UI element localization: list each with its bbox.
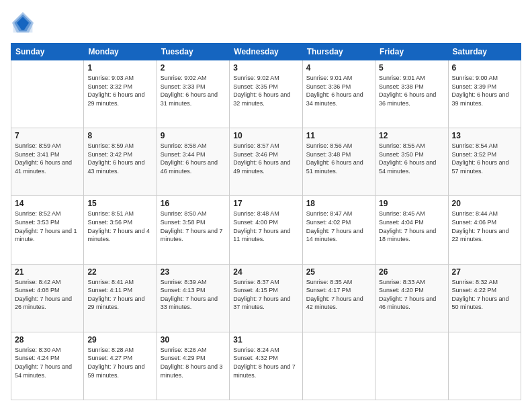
calendar-cell: 3Sunrise: 9:02 AM Sunset: 3:35 PM Daylig… bbox=[230, 60, 302, 128]
weekday-header: Friday bbox=[375, 44, 448, 60]
day-number: 17 bbox=[233, 199, 298, 208]
calendar-cell: 4Sunrise: 9:01 AM Sunset: 3:36 PM Daylig… bbox=[302, 60, 375, 128]
day-number: 5 bbox=[379, 63, 444, 73]
cell-content: Sunrise: 8:45 AM Sunset: 4:04 PM Dayligh… bbox=[379, 210, 444, 243]
calendar-cell bbox=[302, 332, 375, 400]
calendar-cell bbox=[375, 332, 448, 400]
day-number: 11 bbox=[306, 131, 371, 140]
cell-content: Sunrise: 8:58 AM Sunset: 3:44 PM Dayligh… bbox=[161, 142, 226, 175]
calendar-cell: 22Sunrise: 8:41 AM Sunset: 4:11 PM Dayli… bbox=[84, 264, 157, 332]
page: SundayMondayTuesdayWednesdayThursdayFrid… bbox=[0, 0, 532, 411]
day-number: 12 bbox=[379, 131, 444, 140]
day-number: 18 bbox=[306, 199, 371, 208]
day-number: 20 bbox=[452, 199, 517, 208]
calendar-cell: 10Sunrise: 8:57 AM Sunset: 3:46 PM Dayli… bbox=[230, 128, 302, 196]
cell-content: Sunrise: 8:35 AM Sunset: 4:17 PM Dayligh… bbox=[306, 278, 371, 312]
calendar-cell: 11Sunrise: 8:56 AM Sunset: 3:48 PM Dayli… bbox=[302, 128, 375, 196]
day-number: 31 bbox=[233, 335, 298, 345]
calendar-week-row: 7Sunrise: 8:59 AM Sunset: 3:41 PM Daylig… bbox=[11, 128, 521, 196]
day-number: 22 bbox=[87, 267, 152, 277]
cell-content: Sunrise: 8:44 AM Sunset: 4:06 PM Dayligh… bbox=[452, 210, 517, 243]
cell-content: Sunrise: 9:01 AM Sunset: 3:38 PM Dayligh… bbox=[379, 74, 444, 107]
calendar-cell: 21Sunrise: 8:42 AM Sunset: 4:08 PM Dayli… bbox=[11, 264, 84, 332]
day-number: 2 bbox=[161, 63, 226, 73]
day-number: 29 bbox=[87, 335, 152, 345]
day-number: 19 bbox=[379, 199, 444, 208]
calendar-table: SundayMondayTuesdayWednesdayThursdayFrid… bbox=[11, 43, 521, 400]
calendar-cell: 30Sunrise: 8:26 AM Sunset: 4:29 PM Dayli… bbox=[157, 332, 229, 400]
calendar-cell: 8Sunrise: 8:59 AM Sunset: 3:42 PM Daylig… bbox=[84, 128, 157, 196]
calendar-cell: 6Sunrise: 9:00 AM Sunset: 3:39 PM Daylig… bbox=[448, 60, 521, 128]
day-number: 30 bbox=[161, 335, 226, 345]
calendar-cell: 7Sunrise: 8:59 AM Sunset: 3:41 PM Daylig… bbox=[11, 128, 84, 196]
calendar-cell: 25Sunrise: 8:35 AM Sunset: 4:17 PM Dayli… bbox=[302, 264, 375, 332]
calendar-cell: 19Sunrise: 8:45 AM Sunset: 4:04 PM Dayli… bbox=[375, 196, 448, 264]
cell-content: Sunrise: 9:03 AM Sunset: 3:32 PM Dayligh… bbox=[87, 74, 152, 107]
day-number: 24 bbox=[233, 267, 298, 277]
calendar-cell: 17Sunrise: 8:48 AM Sunset: 4:00 PM Dayli… bbox=[230, 196, 302, 264]
weekday-header: Saturday bbox=[448, 44, 521, 60]
cell-content: Sunrise: 8:55 AM Sunset: 3:50 PM Dayligh… bbox=[379, 142, 444, 175]
cell-content: Sunrise: 9:02 AM Sunset: 3:35 PM Dayligh… bbox=[233, 74, 298, 107]
calendar-cell: 24Sunrise: 8:37 AM Sunset: 4:15 PM Dayli… bbox=[230, 264, 302, 332]
calendar-cell: 29Sunrise: 8:28 AM Sunset: 4:27 PM Dayli… bbox=[84, 332, 157, 400]
cell-content: Sunrise: 9:00 AM Sunset: 3:39 PM Dayligh… bbox=[452, 74, 517, 107]
day-number: 1 bbox=[87, 63, 152, 73]
day-number: 21 bbox=[15, 267, 80, 277]
calendar-week-row: 21Sunrise: 8:42 AM Sunset: 4:08 PM Dayli… bbox=[11, 264, 521, 332]
day-number: 3 bbox=[233, 63, 298, 73]
calendar-cell: 15Sunrise: 8:51 AM Sunset: 3:56 PM Dayli… bbox=[84, 196, 157, 264]
calendar-cell: 5Sunrise: 9:01 AM Sunset: 3:38 PM Daylig… bbox=[375, 60, 448, 128]
weekday-header-row: SundayMondayTuesdayWednesdayThursdayFrid… bbox=[11, 44, 521, 60]
day-number: 23 bbox=[161, 267, 226, 277]
cell-content: Sunrise: 9:02 AM Sunset: 3:33 PM Dayligh… bbox=[161, 74, 226, 107]
calendar-week-row: 1Sunrise: 9:03 AM Sunset: 3:32 PM Daylig… bbox=[11, 60, 521, 128]
day-number: 8 bbox=[87, 131, 152, 140]
cell-content: Sunrise: 8:59 AM Sunset: 3:42 PM Dayligh… bbox=[87, 142, 152, 175]
day-number: 6 bbox=[452, 63, 517, 73]
cell-content: Sunrise: 8:59 AM Sunset: 3:41 PM Dayligh… bbox=[15, 142, 80, 175]
calendar-cell: 2Sunrise: 9:02 AM Sunset: 3:33 PM Daylig… bbox=[157, 60, 229, 128]
calendar-cell: 31Sunrise: 8:24 AM Sunset: 4:32 PM Dayli… bbox=[230, 332, 302, 400]
day-number: 10 bbox=[233, 131, 298, 140]
calendar-cell: 27Sunrise: 8:32 AM Sunset: 4:22 PM Dayli… bbox=[448, 264, 521, 332]
cell-content: Sunrise: 8:48 AM Sunset: 4:00 PM Dayligh… bbox=[233, 210, 298, 243]
calendar-week-row: 14Sunrise: 8:52 AM Sunset: 3:53 PM Dayli… bbox=[11, 196, 521, 264]
cell-content: Sunrise: 8:47 AM Sunset: 4:02 PM Dayligh… bbox=[306, 210, 371, 243]
day-number: 25 bbox=[306, 267, 371, 277]
weekday-header: Sunday bbox=[11, 44, 84, 60]
cell-content: Sunrise: 8:26 AM Sunset: 4:29 PM Dayligh… bbox=[161, 346, 226, 379]
calendar-cell: 13Sunrise: 8:54 AM Sunset: 3:52 PM Dayli… bbox=[448, 128, 521, 196]
calendar-cell: 1Sunrise: 9:03 AM Sunset: 3:32 PM Daylig… bbox=[84, 60, 157, 128]
cell-content: Sunrise: 9:01 AM Sunset: 3:36 PM Dayligh… bbox=[306, 74, 371, 107]
weekday-header: Wednesday bbox=[230, 44, 302, 60]
day-number: 26 bbox=[379, 267, 444, 277]
calendar-cell: 12Sunrise: 8:55 AM Sunset: 3:50 PM Dayli… bbox=[375, 128, 448, 196]
cell-content: Sunrise: 8:52 AM Sunset: 3:53 PM Dayligh… bbox=[15, 210, 80, 243]
header bbox=[11, 11, 521, 35]
day-number: 7 bbox=[15, 131, 80, 140]
cell-content: Sunrise: 8:41 AM Sunset: 4:11 PM Dayligh… bbox=[87, 278, 152, 312]
day-number: 9 bbox=[161, 131, 226, 140]
day-number: 27 bbox=[452, 267, 517, 277]
calendar-cell: 16Sunrise: 8:50 AM Sunset: 3:58 PM Dayli… bbox=[157, 196, 229, 264]
day-number: 15 bbox=[87, 199, 152, 208]
calendar-cell: 9Sunrise: 8:58 AM Sunset: 3:44 PM Daylig… bbox=[157, 128, 229, 196]
cell-content: Sunrise: 8:32 AM Sunset: 4:22 PM Dayligh… bbox=[452, 278, 517, 312]
cell-content: Sunrise: 8:37 AM Sunset: 4:15 PM Dayligh… bbox=[233, 278, 298, 312]
cell-content: Sunrise: 8:54 AM Sunset: 3:52 PM Dayligh… bbox=[452, 142, 517, 175]
cell-content: Sunrise: 8:56 AM Sunset: 3:48 PM Dayligh… bbox=[306, 142, 371, 175]
day-number: 13 bbox=[452, 131, 517, 140]
calendar-cell bbox=[448, 332, 521, 400]
day-number: 28 bbox=[15, 335, 80, 345]
day-number: 16 bbox=[161, 199, 226, 208]
logo bbox=[11, 11, 38, 35]
cell-content: Sunrise: 8:42 AM Sunset: 4:08 PM Dayligh… bbox=[15, 278, 80, 312]
calendar-cell: 26Sunrise: 8:33 AM Sunset: 4:20 PM Dayli… bbox=[375, 264, 448, 332]
day-number: 4 bbox=[306, 63, 371, 73]
cell-content: Sunrise: 8:51 AM Sunset: 3:56 PM Dayligh… bbox=[87, 210, 152, 243]
calendar-cell: 23Sunrise: 8:39 AM Sunset: 4:13 PM Dayli… bbox=[157, 264, 229, 332]
cell-content: Sunrise: 8:50 AM Sunset: 3:58 PM Dayligh… bbox=[161, 210, 226, 243]
weekday-header: Thursday bbox=[302, 44, 375, 60]
cell-content: Sunrise: 8:57 AM Sunset: 3:46 PM Dayligh… bbox=[233, 142, 298, 175]
